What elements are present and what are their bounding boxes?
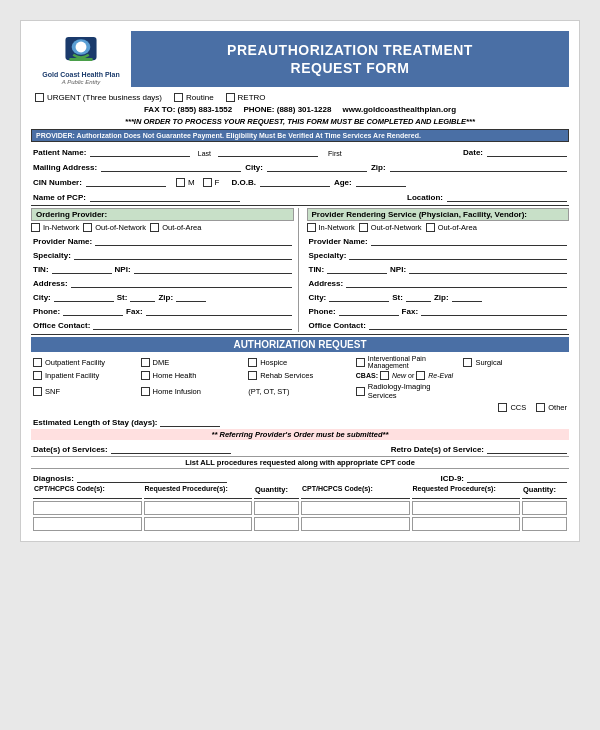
interventional-option[interactable]: Interventional Pain Management [356, 355, 460, 369]
patient-last-field[interactable] [90, 145, 190, 157]
dates-services-field[interactable] [111, 442, 231, 454]
outpatient-cb[interactable] [33, 358, 42, 367]
rendering-specialty-field[interactable] [349, 248, 567, 260]
ccs-cb[interactable] [498, 403, 507, 412]
rendering-zip-field[interactable] [452, 290, 482, 302]
snf-option[interactable]: SNF [33, 382, 137, 400]
f-checkbox[interactable] [203, 178, 212, 187]
rendering-phone-field[interactable] [339, 304, 399, 316]
data-cell-2-2[interactable] [144, 517, 253, 531]
ordering-in-network[interactable]: In-Network [31, 223, 79, 232]
ordering-st-field[interactable] [130, 290, 155, 302]
radiology-option[interactable]: Radiology-Imaging Services [356, 382, 460, 400]
rendering-office-contact-field[interactable] [369, 318, 567, 330]
ordering-in-network-cb[interactable] [31, 223, 40, 232]
interventional-cb[interactable] [356, 358, 365, 367]
mailing-address-field[interactable] [101, 160, 241, 172]
data-cell-2-5[interactable] [412, 517, 521, 531]
ordering-specialty-field[interactable] [74, 248, 292, 260]
inpatient-option[interactable]: Inpatient Facility [33, 371, 137, 380]
data-cell-2-3[interactable] [254, 517, 299, 531]
rendering-address-field[interactable] [346, 276, 567, 288]
location-field[interactable] [447, 190, 567, 202]
ordering-out-network[interactable]: Out-of-Network [83, 223, 146, 232]
icd9-field[interactable] [467, 471, 567, 483]
ordering-provider-name-field[interactable] [95, 234, 291, 246]
ordering-zip-field[interactable] [176, 290, 206, 302]
age-field[interactable] [356, 175, 406, 187]
outpatient-facility-option[interactable]: Outpatient Facility [33, 355, 137, 369]
rehab-option[interactable]: Rehab Services [248, 371, 352, 380]
cbas-reeval-cb[interactable] [416, 371, 425, 380]
pcp-field[interactable] [90, 190, 240, 202]
m-checkbox[interactable] [176, 178, 185, 187]
rendering-out-network[interactable]: Out-of-Network [359, 223, 422, 232]
data-cell-2-1[interactable] [33, 517, 142, 531]
dob-field[interactable] [260, 175, 330, 187]
home-infusion-cb[interactable] [141, 387, 150, 396]
retro-checkbox[interactable] [226, 93, 235, 102]
cbas-new-cb[interactable] [380, 371, 389, 380]
ordering-out-area-cb[interactable] [150, 223, 159, 232]
dme-cb[interactable] [141, 358, 150, 367]
city-field[interactable] [267, 160, 367, 172]
zip-field[interactable] [390, 160, 567, 172]
urgent-option[interactable]: URGENT (Three business days) [35, 93, 162, 102]
ordering-city-field[interactable] [54, 290, 114, 302]
data-cell-1-2[interactable] [144, 501, 253, 515]
ordering-tin-field[interactable] [52, 262, 112, 274]
ordering-phone-field[interactable] [63, 304, 123, 316]
home-health-option[interactable]: Home Health [141, 371, 245, 380]
radiology-cb[interactable] [356, 387, 365, 396]
data-cell-1-4[interactable] [301, 501, 410, 515]
surgical-option[interactable]: Surgical [463, 355, 567, 369]
rehab-cb[interactable] [248, 371, 257, 380]
rendering-out-area[interactable]: Out-of-Area [426, 223, 477, 232]
data-cell-1-1[interactable] [33, 501, 142, 515]
routine-option[interactable]: Routine [174, 93, 214, 102]
diagnosis-field[interactable] [77, 471, 227, 483]
other-cb[interactable] [536, 403, 545, 412]
snf-cb[interactable] [33, 387, 42, 396]
rendering-st-field[interactable] [406, 290, 431, 302]
ordering-out-area[interactable]: Out-of-Area [150, 223, 201, 232]
ordering-address-field[interactable] [71, 276, 292, 288]
routine-checkbox[interactable] [174, 93, 183, 102]
data-cell-1-6[interactable] [522, 501, 567, 515]
cbas-reeval-option[interactable]: Re-Eval [416, 371, 453, 380]
urgent-checkbox[interactable] [35, 93, 44, 102]
inpatient-cb[interactable] [33, 371, 42, 380]
hospice-cb[interactable] [248, 358, 257, 367]
rendering-in-network-cb[interactable] [307, 223, 316, 232]
cin-field[interactable] [86, 175, 166, 187]
surgical-cb[interactable] [463, 358, 472, 367]
data-cell-2-4[interactable] [301, 517, 410, 531]
ordering-office-contact-field[interactable] [93, 318, 291, 330]
patient-first-field[interactable] [218, 145, 318, 157]
rendering-tin-field[interactable] [327, 262, 387, 274]
f-option[interactable]: F [203, 178, 220, 187]
data-cell-1-5[interactable] [412, 501, 521, 515]
ordering-fax-field[interactable] [146, 304, 292, 316]
rendering-city-field[interactable] [329, 290, 389, 302]
cbas-new-option[interactable]: New [380, 371, 406, 380]
rendering-out-area-cb[interactable] [426, 223, 435, 232]
dme-option[interactable]: DME [141, 355, 245, 369]
rendering-provider-name-field[interactable] [371, 234, 567, 246]
retro-dates-field[interactable] [487, 442, 567, 454]
rendering-in-network[interactable]: In-Network [307, 223, 355, 232]
ordering-npi-field[interactable] [134, 262, 292, 274]
home-infusion-option[interactable]: Home Infusion [141, 382, 245, 400]
data-cell-2-6[interactable] [522, 517, 567, 531]
rendering-fax-field[interactable] [421, 304, 567, 316]
m-option[interactable]: M [176, 178, 195, 187]
other-option[interactable]: Other [536, 403, 567, 412]
retro-option[interactable]: RETRO [226, 93, 266, 102]
ccs-option[interactable]: CCS [498, 403, 526, 412]
date-field[interactable] [487, 145, 567, 157]
estimated-stay-field[interactable] [160, 415, 220, 427]
rendering-out-network-cb[interactable] [359, 223, 368, 232]
home-health-cb[interactable] [141, 371, 150, 380]
rendering-npi-field[interactable] [409, 262, 567, 274]
hospice-option[interactable]: Hospice [248, 355, 352, 369]
